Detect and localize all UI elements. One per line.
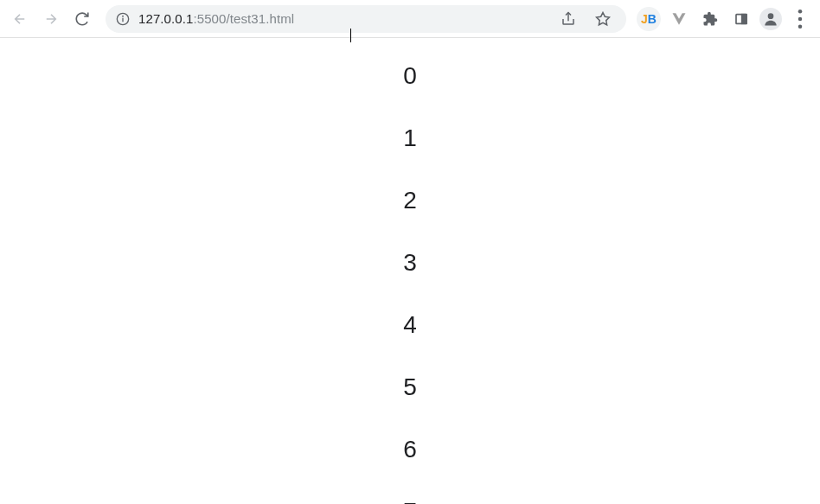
reload-button[interactable] [69, 6, 95, 32]
url-text: 127.0.0.1:5500/test31.html [138, 11, 547, 26]
address-bar[interactable]: 127.0.0.1:5500/test31.html [106, 5, 626, 33]
list-item: 2 [0, 187, 820, 214]
jb-letter-j: J [641, 12, 648, 26]
back-button[interactable] [7, 6, 33, 32]
more-vertical-icon [787, 6, 813, 32]
person-icon [762, 10, 779, 28]
info-icon [116, 12, 130, 26]
list-item: 0 [0, 62, 820, 90]
side-panel-button[interactable] [728, 6, 754, 32]
share-button[interactable] [555, 6, 581, 32]
jb-letter-b: B [648, 12, 657, 26]
list-item: 4 [0, 311, 820, 339]
arrow-left-icon [12, 11, 28, 27]
browser-menu-button[interactable] [787, 6, 813, 32]
extensions-button[interactable] [697, 6, 723, 32]
list-item: 5 [0, 373, 820, 401]
profile-avatar[interactable] [759, 8, 782, 30]
browser-toolbar: 127.0.0.1:5500/test31.html JB [0, 0, 820, 38]
svg-point-7 [798, 10, 803, 14]
extension-vue[interactable] [666, 6, 692, 32]
list-item: 3 [0, 249, 820, 277]
arrow-right-icon [43, 11, 59, 27]
extension-jb[interactable]: JB [637, 7, 661, 31]
forward-button[interactable] [38, 6, 64, 32]
puzzle-icon [702, 11, 718, 27]
svg-point-9 [798, 24, 803, 29]
svg-rect-5 [742, 14, 746, 23]
list-item: 1 [0, 124, 820, 152]
page-viewport: 0 1 2 3 4 5 6 7 8 9 10 11 12 13 14 [0, 38, 820, 504]
share-icon [561, 11, 576, 27]
reload-icon [74, 11, 90, 27]
svg-marker-3 [597, 12, 610, 24]
vue-icon [671, 11, 687, 27]
svg-point-6 [768, 13, 774, 19]
list-item: 6 [0, 436, 820, 463]
page-content[interactable]: 0 1 2 3 4 5 6 7 8 9 10 11 12 13 14 [0, 38, 820, 504]
bookmark-button[interactable] [590, 6, 616, 32]
list-item: 7 [0, 498, 820, 504]
star-icon [595, 11, 611, 27]
side-panel-icon [734, 12, 748, 26]
svg-point-2 [123, 16, 124, 16]
svg-point-8 [798, 16, 803, 21]
